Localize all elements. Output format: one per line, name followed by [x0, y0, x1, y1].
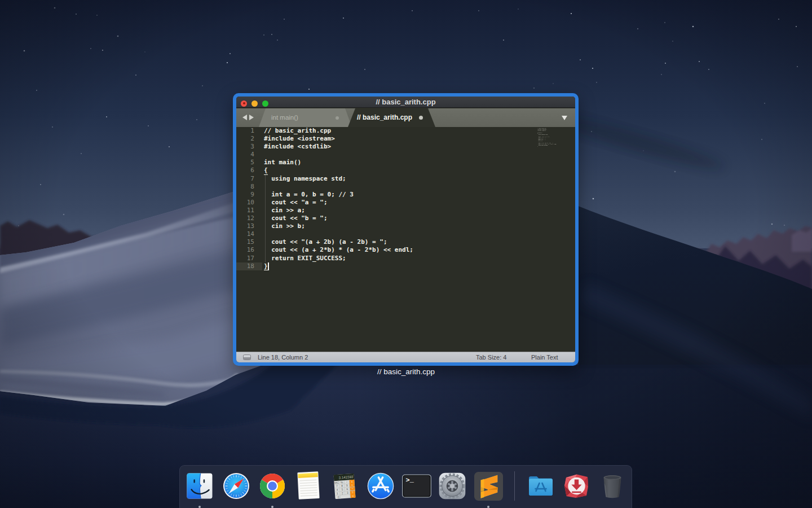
svg-text:+: +: [351, 483, 353, 487]
svg-text:=: =: [352, 494, 354, 497]
svg-text:−: −: [351, 487, 354, 490]
svg-text:=: =: [351, 491, 354, 494]
svg-text:>_: >_: [406, 476, 414, 483]
